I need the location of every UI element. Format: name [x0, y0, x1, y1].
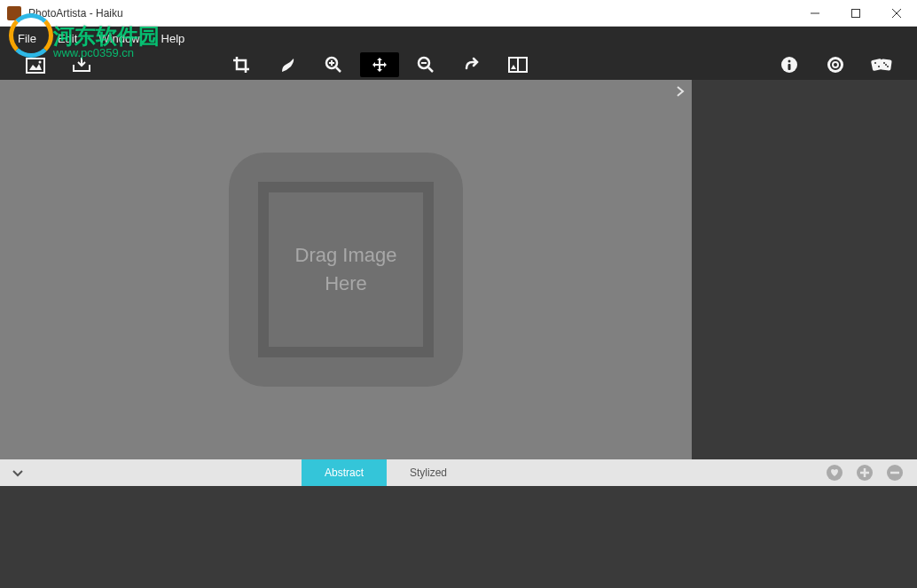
svg-point-30	[887, 66, 889, 67]
drop-zone-inner: Drag Image Here	[258, 182, 434, 357]
info-icon	[780, 56, 798, 74]
svg-point-27	[874, 62, 876, 64]
zoom-out-icon	[417, 56, 435, 74]
drop-text-line2: Here	[325, 270, 367, 298]
svg-rect-4	[27, 59, 44, 73]
remove-button[interactable]	[883, 461, 906, 484]
add-button[interactable]	[853, 461, 876, 484]
toolbar	[0, 50, 917, 80]
svg-point-6	[39, 61, 42, 64]
brush-button[interactable]	[268, 52, 307, 77]
open-image-button[interactable]	[16, 52, 55, 77]
info-button[interactable]	[770, 52, 809, 77]
favorite-button[interactable]	[823, 461, 846, 484]
crop-button[interactable]	[222, 52, 261, 77]
menu-help[interactable]: Help	[151, 28, 196, 49]
menu-window[interactable]: Window	[88, 28, 150, 49]
save-image-button[interactable]	[62, 52, 101, 77]
svg-marker-18	[511, 65, 516, 69]
drop-text-line1: Drag Image	[295, 241, 397, 270]
redo-button[interactable]	[452, 52, 491, 77]
collapse-panel-button[interactable]	[676, 85, 685, 98]
tab-stylized[interactable]: Stylized	[387, 459, 470, 486]
dice-button[interactable]	[862, 52, 901, 77]
bottom-panel	[0, 486, 917, 588]
svg-point-29	[883, 62, 885, 64]
dice-icon	[870, 56, 893, 74]
favorite-icon	[826, 464, 843, 482]
titlebar: PhotoArtista - Haiku	[0, 0, 917, 27]
svg-point-20	[788, 60, 791, 63]
svg-rect-1	[852, 9, 860, 17]
save-image-icon	[71, 56, 92, 74]
zoom-out-button[interactable]	[406, 52, 445, 77]
menu-file[interactable]: File	[7, 28, 47, 49]
svg-point-31	[885, 64, 887, 66]
move-button[interactable]	[360, 52, 399, 77]
window-title: PhotoArtista - Haiku	[28, 7, 123, 20]
menu-edit[interactable]: Edit	[47, 28, 88, 49]
maximize-button[interactable]	[835, 0, 876, 27]
side-panel	[692, 80, 917, 459]
svg-point-28	[878, 66, 880, 67]
drop-zone[interactable]: Drag Image Here	[229, 153, 463, 387]
svg-marker-5	[29, 64, 42, 70]
compare-icon	[508, 57, 528, 73]
close-button[interactable]	[876, 0, 917, 27]
tabbar-tools	[823, 461, 917, 484]
plus-icon	[856, 464, 874, 482]
window-controls	[795, 0, 917, 27]
chevron-down-icon	[12, 468, 24, 477]
svg-rect-21	[788, 64, 791, 70]
canvas-panel[interactable]: Drag Image Here	[0, 80, 692, 459]
crop-icon	[232, 56, 250, 74]
open-image-icon	[26, 56, 45, 74]
main-area: Drag Image Here	[0, 80, 917, 459]
svg-line-8	[336, 67, 341, 72]
chevron-right-icon	[676, 85, 685, 98]
settings-icon	[827, 56, 844, 74]
tab-abstract[interactable]: Abstract	[302, 459, 387, 486]
zoom-in-icon	[325, 56, 342, 74]
expand-panel-button[interactable]	[0, 459, 35, 486]
minimize-button[interactable]	[795, 0, 835, 27]
tabbar: Abstract Stylized	[0, 459, 917, 486]
svg-line-14	[428, 67, 433, 72]
menubar: File Edit Window Help	[0, 27, 917, 50]
zoom-in-button[interactable]	[314, 52, 353, 77]
brush-icon	[278, 56, 296, 74]
move-icon	[371, 56, 388, 74]
redo-icon	[463, 56, 481, 74]
svg-point-24	[834, 63, 837, 67]
app-icon	[7, 6, 21, 20]
style-tabs: Abstract Stylized	[302, 459, 470, 486]
minus-icon	[886, 464, 904, 482]
settings-button[interactable]	[816, 52, 855, 77]
compare-button[interactable]	[498, 52, 537, 77]
